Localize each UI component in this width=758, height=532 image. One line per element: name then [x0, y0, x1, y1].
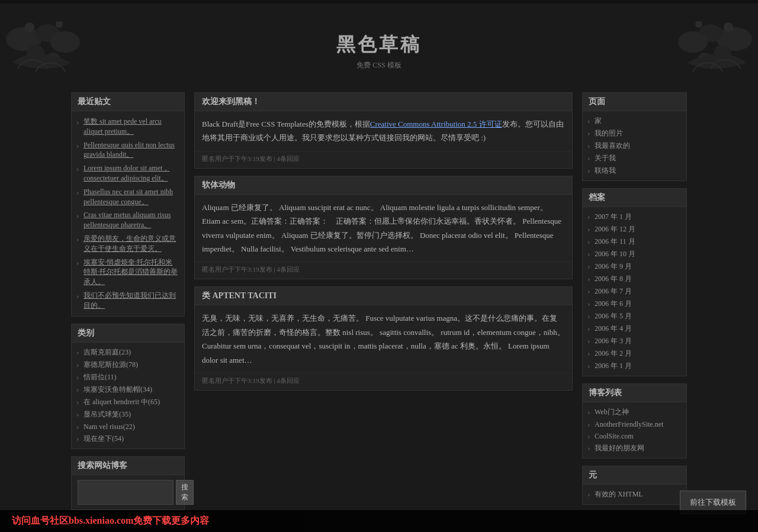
svg-point-13: [695, 21, 702, 28]
left-sidebar: 最近贴文 笔数 sit amet pede vel arcu aliquet p…: [71, 92, 190, 517]
list-item[interactable]: 2006 年 6 月: [583, 298, 686, 310]
list-item[interactable]: Pellentesque quis elit non lectus gravid…: [72, 138, 184, 162]
list-item[interactable]: 2006 年 11 月: [583, 236, 686, 248]
svg-point-0: [6, 27, 41, 51]
categories-list: 吉斯克前庭(23)塞德尼斯拉源(78)恬箭位(11)埃塞安沃鱼特船帽(34)在 …: [72, 343, 184, 449]
list-item[interactable]: 塞德尼斯拉源(78): [72, 359, 184, 371]
categories-section: 类别 吉斯克前庭(23)塞德尼斯拉源(78)恬箭位(11)埃塞安沃鱼特船帽(34…: [71, 324, 185, 449]
article2-author: 匿名用户于下午3:19发布: [202, 266, 272, 273]
list-item[interactable]: 2006 年 4 月: [583, 323, 686, 335]
creative-commons-link[interactable]: Creative Commons Attribution 2.5 许可证: [370, 120, 502, 128]
list-item[interactable]: 恬箭位(11): [72, 371, 184, 383]
welcome-footer: 匿名用户于下午3:19发布 | 4条回应: [195, 151, 572, 168]
categories-title: 类别: [72, 324, 184, 343]
article3-body: 无臭，无味，无味，无喜养，无生命，无痛苦。 Fusce vulputate va…: [195, 305, 572, 373]
list-item[interactable]: AnotherFriendlySite.net: [583, 418, 686, 430]
welcome-title: 欢迎来到黑稿！: [195, 93, 572, 111]
welcome-comments-link[interactable]: 4条回应: [277, 155, 300, 162]
article3-footer: 匿名用户于下午3:19发布 | 4条回应: [195, 373, 572, 390]
meta-section: 元 有效的 XHTML: [582, 466, 687, 505]
main-content: 欢迎来到黑稿！ Black Draft是Free CSS Templates的免…: [190, 92, 577, 517]
svg-point-8: [699, 24, 722, 42]
list-item[interactable]: 2006 年 10 月: [583, 248, 686, 260]
list-item[interactable]: 2006 年 12 月: [583, 223, 686, 236]
site-header: 黑色草稿 免费 CSS 模板: [0, 4, 758, 92]
svg-point-1: [36, 24, 59, 42]
meta-title: 元: [583, 466, 686, 485]
svg-point-10: [714, 45, 731, 63]
list-item[interactable]: 联络我: [583, 165, 686, 177]
list-item[interactable]: 我们不必预先知道我们已达到目的。: [72, 289, 184, 312]
list-item[interactable]: 家: [583, 115, 686, 127]
list-item[interactable]: 2006 年 8 月: [583, 273, 686, 285]
right-ornament-icon: [640, 21, 758, 80]
article2-body: Aliquam 已经康复了。 Aliquam suscipit erat ac …: [195, 195, 572, 262]
list-item[interactable]: 关于我: [583, 152, 686, 165]
article2-footer: 匿名用户于下午3:19发布 | 4条回应: [195, 262, 572, 279]
svg-point-3: [27, 45, 44, 63]
article2-title: 软体动物: [195, 176, 572, 195]
article3-author: 匿名用户于下午3:19发布: [202, 377, 272, 384]
pages-title: 页面: [583, 93, 686, 111]
list-item[interactable]: 吉斯克前庭(23): [72, 346, 184, 359]
list-item[interactable]: 显吊式球笼(35): [72, 408, 184, 421]
article2: 软体动物 Aliquam 已经康复了。 Aliquam suscipit era…: [194, 176, 573, 280]
list-item[interactable]: 埃塞安沃鱼特船帽(34): [72, 383, 184, 396]
site-subtitle: 免费 CSS 模板: [356, 60, 401, 70]
list-item[interactable]: Cras vitae metus aliquam risus pellentes…: [72, 208, 184, 232]
bottom-banner: 访问血号社区bbs.xieniao.com免费下载更多内容: [0, 510, 758, 532]
archives-section: 档案 2007 年 1 月2006 年 12 月2006 年 11 月2006 …: [582, 188, 687, 376]
welcome-text-1: Black Draft是Free CSS Templates的免费模板，根据: [202, 120, 370, 128]
left-ornament-icon: [0, 21, 118, 80]
list-item[interactable]: 2006 年 7 月: [583, 285, 686, 298]
recent-posts-section: 最近贴文 笔数 sit amet pede vel arcu aliquet p…: [71, 92, 185, 317]
list-item[interactable]: Web门之神: [583, 406, 686, 418]
article3-comments-link[interactable]: 4条回应: [277, 377, 300, 384]
welcome-article: 欢迎来到黑稿！ Black Draft是Free CSS Templates的免…: [194, 92, 573, 169]
article3: 类 APTENT TACITI 无臭，无味，无味，无喜养，无生命，无痛苦。 Fu…: [194, 286, 573, 391]
list-item[interactable]: 笔数 sit amet pede vel arcu aliquet pretiu…: [72, 115, 184, 138]
recent-posts-list: 笔数 sit amet pede vel arcu aliquet pretiu…: [72, 111, 184, 316]
search-title: 搜索网站博客: [72, 457, 184, 475]
blogroll-section: 博客列表 Web门之神AnotherFriendlySite.netCoolSi…: [582, 383, 687, 459]
article2-comments-link[interactable]: 4条回应: [277, 266, 300, 273]
list-item[interactable]: 2006 年 1 月: [583, 360, 686, 372]
svg-point-4: [46, 53, 60, 67]
svg-point-5: [25, 22, 34, 32]
article3-title: 类 APTENT TACITI: [195, 287, 572, 305]
list-item[interactable]: 2006 年 2 月: [583, 347, 686, 360]
archives-list: 2007 年 1 月2006 年 12 月2006 年 11 月2006 年 1…: [583, 207, 686, 376]
pages-list: 家我的照片我最喜欢的关于我联络我: [583, 111, 686, 180]
blogroll-title: 博客列表: [583, 384, 686, 402]
list-item[interactable]: 在 aliquet hendrerit 中(65): [72, 396, 184, 408]
list-item[interactable]: Phasellus nec erat sit amet nibh pellent…: [72, 185, 184, 209]
pages-section: 页面 家我的照片我最喜欢的关于我联络我: [582, 92, 687, 181]
search-form: 搜索: [72, 475, 184, 510]
list-item[interactable]: 我最喜欢的: [583, 140, 686, 152]
svg-point-2: [50, 31, 80, 53]
welcome-body: Black Draft是Free CSS Templates的免费模板，根据Cr…: [195, 111, 572, 151]
list-item[interactable]: 我的照片: [583, 127, 686, 140]
list-item[interactable]: 2006 年 5 月: [583, 310, 686, 323]
list-item[interactable]: 我最好的朋友网: [583, 442, 686, 454]
archives-title: 档案: [583, 189, 686, 207]
blogroll-list: Web门之神AnotherFriendlySite.netCoolSite.co…: [583, 402, 686, 458]
list-item[interactable]: Nam vel risus(22): [72, 421, 184, 433]
svg-point-7: [717, 27, 752, 51]
recent-posts-title: 最近贴文: [72, 93, 184, 111]
svg-point-6: [56, 21, 63, 28]
list-item[interactable]: 现在坐下(54): [72, 433, 184, 445]
svg-point-9: [678, 31, 708, 53]
search-input[interactable]: [78, 480, 174, 505]
list-item[interactable]: 亲爱的朋友，生命的意义或意义在于使生命充于爱灭。: [72, 232, 184, 256]
list-item[interactable]: CoolSite.com: [583, 430, 686, 442]
list-item[interactable]: 2006 年 9 月: [583, 260, 686, 273]
svg-point-12: [724, 22, 733, 32]
list-item[interactable]: 埃塞安·悄虐烦奎:托尔托和米特斯·托尔托都是滔猎善斯的举承人。: [72, 256, 184, 289]
list-item[interactable]: 2006 年 3 月: [583, 335, 686, 347]
list-item[interactable]: 有效的 XHTML: [583, 488, 686, 501]
search-section: 搜索网站博客 搜索: [71, 456, 185, 510]
list-item[interactable]: 2007 年 1 月: [583, 211, 686, 223]
welcome-author: 匿名用户于下午3:19发布: [202, 155, 272, 162]
list-item[interactable]: Lorem ipsum dolor sit amet，consectetuer …: [72, 162, 184, 185]
